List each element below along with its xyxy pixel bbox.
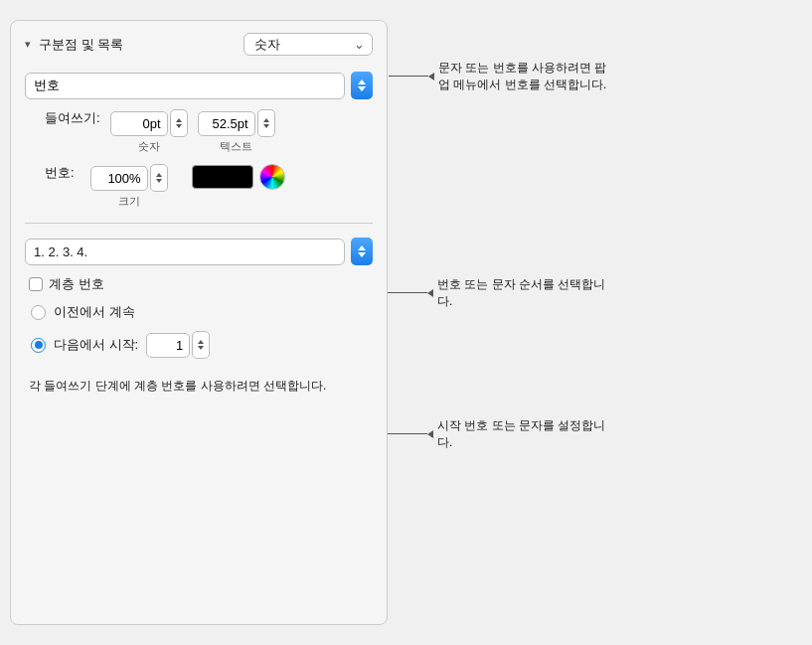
text-indent-stepper[interactable]	[257, 109, 275, 137]
indent-label: 들여쓰기:	[45, 109, 100, 127]
ann3-arrow	[388, 430, 433, 438]
stepper-down-icon	[198, 346, 204, 350]
radio-continue-label: 이전에서 계속	[54, 303, 135, 321]
number-indent-input[interactable]	[110, 111, 168, 136]
stepper-down-icon	[263, 124, 269, 128]
stepper-up-icon	[263, 118, 269, 122]
main-container: ▾ 구분점 및 목록 숫자 글머리 기호 이미지 들여쓰기:	[0, 0, 812, 645]
tiered-label: 계층 번호	[49, 275, 104, 293]
annotation-1: 문자 또는 번호를 사용하려면 팝업 메뉴에서 번호를 선택합니다.	[388, 60, 617, 93]
text-indent-field[interactable]	[198, 109, 275, 137]
number-indent-field[interactable]	[110, 109, 188, 137]
ann1-arrow	[388, 73, 434, 81]
annotations-area: 문자 또는 번호를 사용하려면 팝업 메뉴에서 번호를 선택합니다. 번호 또는…	[388, 20, 802, 616]
start-value-input[interactable]	[146, 333, 190, 358]
type-dropdown-wrapper[interactable]: 숫자 글머리 기호 이미지	[244, 33, 373, 56]
radio-start-row: 다음에서 시작:	[25, 331, 373, 359]
separator	[25, 223, 373, 224]
type-dropdown[interactable]: 숫자 글머리 기호 이미지	[244, 33, 373, 56]
list-style-stepper[interactable]	[351, 238, 373, 265]
ann3-line	[388, 433, 427, 434]
radio-continue[interactable]	[31, 305, 46, 320]
bottom-note: 각 들여쓰기 단계에 계층 번호를 사용하려면 선택합니다.	[25, 377, 373, 395]
number-indent-col: 숫자	[110, 109, 188, 154]
list-style-field[interactable]: 1. 2. 3. 4.	[25, 239, 345, 265]
stepper-down-icon	[156, 179, 162, 183]
radio-start[interactable]	[31, 338, 46, 353]
ann2-text: 번호 또는 문자 순서를 선택합니다.	[437, 276, 616, 310]
number-style-row	[25, 72, 373, 99]
section-header: ▾ 구분점 및 목록 숫자 글머리 기호 이미지	[25, 33, 373, 56]
number-style-input[interactable]	[34, 79, 336, 93]
size-stepper[interactable]	[150, 164, 168, 192]
stepper-up-icon	[358, 245, 366, 250]
number-indent-stepper[interactable]	[170, 109, 188, 137]
number-style-stepper[interactable]	[351, 72, 373, 99]
ann1-tip	[428, 73, 434, 81]
tiered-row[interactable]: 계층 번호	[25, 275, 373, 293]
text-indent-col: 텍스트	[198, 109, 275, 154]
ann1-line	[389, 76, 428, 77]
ann1-text: 문자 또는 번호를 사용하려면 팝업 메뉴에서 번호를 선택합니다.	[438, 60, 617, 93]
ann3-tip	[427, 430, 433, 438]
size-color-row: 번호: 크기	[25, 164, 373, 209]
ann2-arrow	[388, 289, 433, 297]
number-sub-label: 숫자	[138, 139, 160, 154]
size-col: 크기	[90, 164, 168, 209]
tiered-checkbox[interactable]	[29, 277, 43, 291]
indent-row: 들여쓰기: 숫자	[25, 109, 373, 154]
list-style-value: 1. 2. 3. 4.	[34, 244, 336, 259]
start-value-stepper[interactable]	[192, 331, 210, 359]
text-sub-label: 텍스트	[220, 139, 252, 154]
stepper-down-icon	[358, 86, 366, 91]
radio-start-label: 다음에서 시작:	[54, 336, 138, 354]
size-field[interactable]	[90, 164, 168, 192]
section-title: 구분점 및 목록	[39, 36, 123, 54]
text-indent-input[interactable]	[198, 111, 255, 136]
size-label: 번호:	[45, 164, 75, 182]
ann3-text: 시작 번호 또는 문자를 설정합니다.	[437, 417, 616, 451]
radio-continue-row[interactable]: 이전에서 계속	[25, 303, 373, 321]
color-wheel[interactable]	[259, 164, 285, 190]
settings-panel: ▾ 구분점 및 목록 숫자 글머리 기호 이미지 들여쓰기:	[10, 20, 388, 625]
size-input[interactable]	[90, 166, 148, 191]
stepper-up-icon	[198, 340, 204, 344]
annotation-2: 번호 또는 문자 순서를 선택합니다.	[388, 276, 616, 310]
stepper-up-icon	[176, 118, 182, 122]
ann2-tip	[427, 289, 433, 297]
stepper-up-icon	[156, 173, 162, 177]
start-value-field[interactable]	[146, 331, 210, 359]
list-style-row: 1. 2. 3. 4.	[25, 238, 373, 265]
color-swatch[interactable]	[192, 165, 253, 189]
annotation-3: 시작 번호 또는 문자를 설정합니다.	[388, 417, 616, 451]
ann2-line	[388, 292, 427, 293]
chevron-icon[interactable]: ▾	[25, 38, 31, 51]
stepper-down-icon	[358, 252, 366, 257]
stepper-down-icon	[176, 124, 182, 128]
stepper-up-icon	[358, 80, 366, 84]
color-swatch-wrapper	[192, 164, 285, 190]
size-sub-label: 크기	[118, 194, 140, 209]
number-style-field[interactable]	[25, 73, 345, 99]
